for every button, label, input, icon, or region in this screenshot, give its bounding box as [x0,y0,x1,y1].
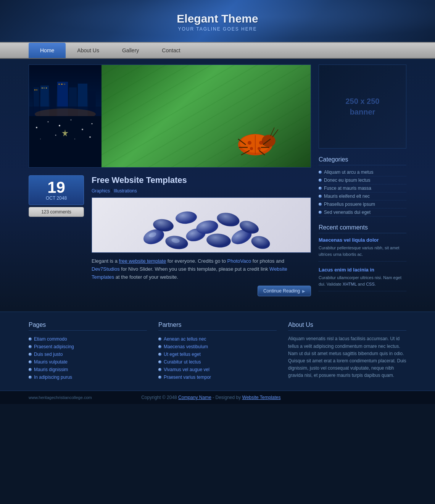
footer-partner-item[interactable]: Ut eget tellus eget [158,351,277,358]
footer-page-item[interactable]: Mauris vulputate [29,358,147,366]
nav-home[interactable]: Home [29,43,66,58]
site-title: Elegant Theme [177,12,258,25]
date-day: 19 [33,179,80,195]
continue-arrow-icon: ▶ [302,289,305,293]
category-item[interactable]: Donec eu ipsum lectus [319,176,406,184]
svg-line-9 [272,129,278,137]
categories-list: Aliquam ut arcu a metus Donec eu ipsum l… [319,168,406,216]
xhtml-link[interactable]: XHTML [343,282,357,286]
list-bullet [158,345,161,348]
list-bullet [29,338,32,341]
svg-rect-32 [64,84,65,85]
image-slider[interactable] [29,65,311,168]
svg-point-39 [71,120,72,121]
list-bullet [319,195,322,198]
link-free-template[interactable]: free website template [119,258,166,264]
footer-partner-item[interactable]: Curabitur ut lectus [158,358,277,366]
footer-page-item[interactable]: Praesent adipiscing [29,343,147,351]
footer-top: Pages Etiam commodo Praesent adipiscing … [0,312,435,391]
copyright-text: Copyright © 2048 [141,395,178,400]
footer-page-item[interactable]: In adipiscing purus [29,373,147,381]
recent-comments-title: Recent comments [319,222,406,233]
post-body-text: Elegant is a free website template for e… [92,257,311,281]
svg-point-57 [216,211,241,228]
footer-page-item[interactable]: Duis sed justo [29,351,147,358]
list-bullet [29,345,32,348]
svg-point-52 [250,234,271,251]
svg-point-44 [74,139,75,139]
svg-point-42 [40,139,41,139]
categories-section: Categories Aliquam ut arcu a metus Donec… [319,154,406,216]
slider-thumbnails [29,65,102,167]
website-templates-link[interactable]: Website Templates [242,395,281,400]
continue-reading-button[interactable]: Continue Reading ▶ [258,286,311,296]
post-image [92,197,311,253]
comment-link-2[interactable]: Lacus enim id lacinia in [319,267,374,273]
recent-comment-2: Lacus enim id lacinia in Curabitur ullam… [319,266,406,291]
footer-partner-item[interactable]: Aenean ac tellus nec [158,335,277,343]
meta-link-illustrations[interactable]: Illustrations [114,188,137,194]
blog-post: 19 OCT 2048 123 comments Free Website Te… [29,175,311,296]
link-photovaco[interactable]: PhotoVaco [227,258,251,264]
footer-partners-title: Partners [158,321,277,331]
svg-point-13 [259,141,263,145]
footer-page-item[interactable]: Mauris dignissim [29,366,147,373]
company-name-link[interactable]: Company Name [178,395,211,400]
css-link[interactable]: CSS [366,282,375,286]
footer-about-title: About Us [288,321,406,331]
category-item[interactable]: Fusce at mauris massa [319,184,406,192]
footer-pages-col: Pages Etiam commodo Praesent adipiscing … [29,321,147,381]
post-title: Free Website Templates [92,175,311,185]
category-item[interactable]: Sed venenatis dui eget [319,208,406,216]
pills-svg [131,199,272,252]
recent-comment-1: Maecenas vel liqula dolor Curabitur pell… [319,236,406,262]
date-box: 19 OCT 2048 [29,175,84,205]
footer-partner-item[interactable]: Vivamus vel augue vel [158,366,277,373]
list-bullet [29,376,32,379]
meta-link-graphics[interactable]: Graphics [92,188,110,194]
svg-point-14 [250,147,253,150]
sidebar-banner[interactable]: 250 x 250banner [319,65,406,149]
sidebar: 250 x 250banner Categories Aliquam ut ar… [319,65,406,304]
recent-comments-section: Recent comments Maecenas vel liqula dolo… [319,222,406,291]
svg-point-43 [55,135,56,136]
post-date-section: 19 OCT 2048 123 comments [29,175,84,296]
svg-point-50 [206,233,231,248]
footer-partner-item[interactable]: Maecenas vestibulum [158,343,277,351]
link-website-templates[interactable]: Website Templates [92,266,287,280]
designed-by-text: - Designed by [211,395,242,400]
pills-container [123,197,280,253]
footer-bottom: www.heritagechristiancollege.com Copyrig… [0,391,435,404]
site-header: Elegant Theme YOUR TAGLINE GOES HERE [0,0,435,42]
list-bullet [319,187,322,190]
category-item[interactable]: Mauris eleifend elt nec [319,192,406,200]
list-bullet [319,203,322,206]
nav-gallery[interactable]: Gallery [111,43,150,58]
link-dev7studios[interactable]: Dev7Studios [92,266,120,272]
main-nav: Home About Us Gallery Contact [0,42,435,59]
list-bullet [158,360,161,363]
comment-link-1[interactable]: Maecenas vel liqula dolor [319,237,379,243]
category-item[interactable]: Phasellus posuere ipsum [319,200,406,208]
comments-count[interactable]: 123 comments [29,207,84,217]
list-bullet [158,376,161,379]
footer-copyright: Copyright © 2048 Company Name - Designed… [92,395,330,400]
footer-page-item[interactable]: Etiam commodo [29,335,147,343]
svg-rect-27 [42,87,43,89]
post-actions: Continue Reading ▶ [92,286,311,296]
post-meta: Graphics \ Illustrations [92,188,311,194]
footer-partners-col: Partners Aenean ac tellus nec Maecenas v… [158,321,277,381]
nav-contact[interactable]: Contact [150,43,192,58]
list-bullet [29,360,32,363]
list-bullet [319,211,322,214]
category-item[interactable]: Aliquam ut arcu a metus [319,168,406,176]
svg-rect-35 [29,116,102,167]
list-bullet [158,368,161,371]
footer-partner-item[interactable]: Praesent varius tempor [158,373,277,381]
list-bullet [29,353,32,356]
nav-about[interactable]: About Us [66,43,111,58]
svg-rect-31 [61,84,63,85]
list-bullet [158,353,161,356]
date-month-year: OCT 2048 [33,195,80,201]
svg-rect-26 [36,89,37,90]
